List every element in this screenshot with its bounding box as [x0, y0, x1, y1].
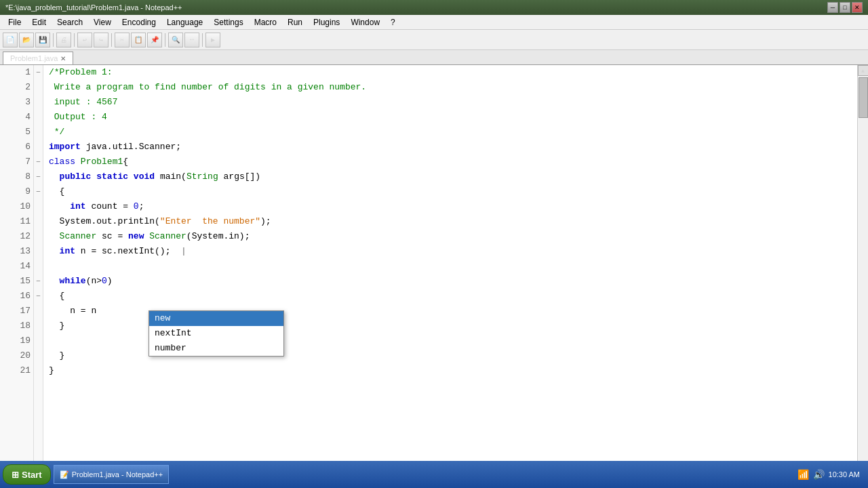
scroll-thumb[interactable] — [859, 77, 868, 118]
code-line-16: { — [49, 289, 852, 304]
menu-item-search[interactable]: Search — [52, 16, 88, 28]
code-line-9: { — [49, 184, 852, 199]
line-num-9: 9 — [3, 184, 31, 199]
windows-icon: ⊞ — [12, 470, 19, 480]
fold-10 — [34, 199, 43, 214]
replace-button[interactable]: ↔ — [184, 33, 199, 47]
save-button[interactable]: 💾 — [35, 33, 50, 47]
toolbar-separator-4 — [165, 33, 165, 47]
menu-item-window[interactable]: Window — [345, 16, 385, 28]
fold-gutter: ─ ─ ─ ─ ─ ─ — [34, 65, 43, 472]
autocomplete-item-nextint[interactable]: nextInt — [149, 326, 283, 341]
volume-icon: 🔊 — [813, 469, 825, 480]
menu-item-file[interactable]: File — [3, 16, 26, 28]
new-button[interactable]: 📄 — [3, 33, 18, 47]
fold-11 — [34, 214, 43, 229]
vertical-scrollbar[interactable]: ▲ — [857, 65, 868, 472]
toolbar-separator-3 — [111, 33, 112, 47]
fold-13 — [34, 244, 43, 259]
cut-button[interactable]: ✂ — [115, 33, 130, 47]
minimize-button[interactable]: ─ — [827, 2, 838, 13]
fold-3 — [34, 95, 43, 110]
code-line-14 — [49, 259, 852, 274]
menu-item-macro[interactable]: Macro — [249, 16, 282, 28]
menu-item-?[interactable]: ? — [385, 16, 401, 28]
code-line-2: Write a program to find number of digits… — [49, 80, 852, 95]
toolbar-separator-5 — [202, 33, 203, 47]
autocomplete-dropdown: new nextInt number — [149, 310, 284, 357]
fold-15[interactable]: ─ — [34, 274, 43, 289]
tab-problem1[interactable]: Problem1.java ✕ — [3, 52, 73, 64]
line-num-13: 13 — [3, 244, 31, 259]
tab-bar: Problem1.java ✕ — [0, 50, 868, 65]
notepad-icon: 📝 — [60, 470, 69, 479]
print-button[interactable]: 🖨 — [56, 33, 71, 47]
menu-item-settings[interactable]: Settings — [208, 16, 248, 28]
menu-item-edit[interactable]: Edit — [26, 16, 52, 28]
line-num-19: 19 — [3, 333, 31, 348]
start-button[interactable]: ⊞ Start — [3, 464, 51, 485]
code-line-3: input : 4567 — [49, 95, 852, 110]
taskbar-app-item[interactable]: 📝 Problem1.java - Notepad++ — [54, 465, 170, 484]
copy-button[interactable]: 📋 — [131, 33, 146, 47]
code-line-4: Output : 4 — [49, 110, 852, 125]
code-line-1: /*Problem 1: — [49, 65, 852, 80]
title-bar: *E:\java_problem_tutorial\Problem1.java … — [0, 0, 868, 15]
fold-9[interactable]: ─ — [34, 184, 43, 199]
code-line-12: Scanner sc = new Scanner(System.in); — [49, 229, 852, 244]
line-num-20: 20 — [3, 348, 31, 363]
line-num-17: 17 — [3, 304, 31, 319]
line-num-11: 11 — [3, 214, 31, 229]
line-num-8: 8 — [3, 169, 31, 184]
run-button[interactable]: ▶ — [205, 33, 220, 47]
code-area[interactable]: /*Problem 1: Write a program to find num… — [43, 65, 857, 472]
open-button[interactable]: 📂 — [19, 33, 34, 47]
code-line-15: while(n>0) — [49, 274, 852, 289]
clock: 10:30 AM — [829, 470, 860, 479]
tab-close-button[interactable]: ✕ — [60, 55, 66, 62]
menu-item-plugins[interactable]: Plugins — [308, 16, 345, 28]
line-num-16: 16 — [3, 289, 31, 304]
autocomplete-item-new[interactable]: new — [149, 311, 283, 326]
line-num-1: 1 — [3, 65, 31, 80]
fold-7[interactable]: ─ — [34, 155, 43, 169]
fold-6 — [34, 140, 43, 155]
code-line-11: System.out.println("Enter the number"); — [49, 214, 852, 229]
line-num-15: 15 — [3, 274, 31, 289]
editor-container: 1 2 3 4 5 6 7 8 9 10 11 12 13 14 15 16 1… — [0, 65, 868, 472]
undo-button[interactable]: ↩ — [77, 33, 92, 47]
menu-item-encoding[interactable]: Encoding — [117, 16, 161, 28]
system-tray: 📶 🔊 10:30 AM — [797, 469, 865, 480]
menu-item-view[interactable]: View — [88, 16, 117, 28]
fold-20 — [34, 348, 43, 363]
menu-item-language[interactable]: Language — [161, 16, 208, 28]
line-num-14: 14 — [3, 259, 31, 274]
search-button[interactable]: 🔍 — [168, 33, 183, 47]
fold-1[interactable]: ─ — [34, 65, 43, 80]
code-line-21: } — [49, 363, 852, 378]
line-num-18: 18 — [3, 319, 31, 333]
fold-8[interactable]: ─ — [34, 169, 43, 184]
close-button[interactable]: ✕ — [852, 2, 863, 13]
fold-16[interactable]: ─ — [34, 289, 43, 304]
toolbar: 📄 📂 💾 🖨 ↩ ↪ ✂ 📋 📌 🔍 ↔ ▶ — [0, 30, 868, 50]
title-bar-buttons: ─ □ ✕ — [827, 2, 863, 13]
redo-button[interactable]: ↪ — [94, 33, 108, 47]
scroll-up-button[interactable]: ▲ — [858, 65, 869, 76]
code-line-10: int count = 0; — [49, 199, 852, 214]
line-num-10: 10 — [3, 199, 31, 214]
menu-item-run[interactable]: Run — [282, 16, 308, 28]
line-num-12: 12 — [3, 229, 31, 244]
code-line-7: class Problem1{ — [49, 155, 852, 169]
autocomplete-item-number[interactable]: number — [149, 341, 283, 356]
paste-button[interactable]: 📌 — [147, 33, 162, 47]
line-numbers: 1 2 3 4 5 6 7 8 9 10 11 12 13 14 15 16 1… — [0, 65, 34, 472]
maximize-button[interactable]: □ — [840, 2, 850, 13]
line-num-5: 5 — [3, 125, 31, 140]
fold-18 — [34, 319, 43, 333]
code-line-6: import java.util.Scanner; — [49, 140, 852, 155]
toolbar-separator-2 — [74, 33, 75, 47]
fold-2 — [34, 80, 43, 95]
code-line-8: public static void main(String args[]) — [49, 169, 852, 184]
taskbar: ⊞ Start 📝 Problem1.java - Notepad++ 📶 🔊 … — [0, 461, 868, 488]
